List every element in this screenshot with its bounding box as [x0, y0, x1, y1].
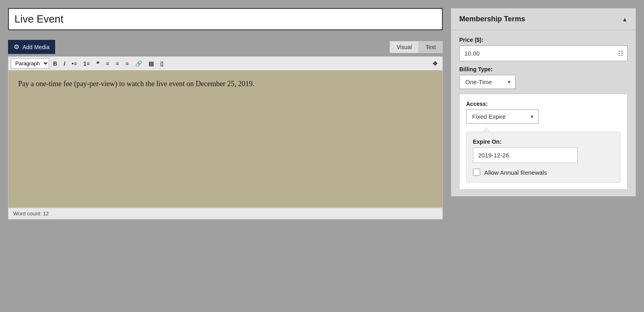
- panel-body: Price ($): ☷ Billing Type: One-Time Recu…: [451, 30, 636, 196]
- fullscreen-button[interactable]: ✥: [430, 60, 440, 68]
- link-button[interactable]: 🔗: [133, 60, 144, 68]
- access-label: Access:: [466, 101, 621, 107]
- add-media-label: Add Media: [23, 44, 50, 50]
- access-select[interactable]: Fixed Expire Unlimited Fixed Days: [466, 110, 539, 124]
- allow-renewal-checkbox[interactable]: [473, 169, 480, 176]
- word-count-label: Word count:: [13, 211, 41, 217]
- price-icon: ☷: [618, 50, 623, 57]
- dropdown-pointer: [482, 127, 490, 132]
- editor-content[interactable]: Pay a one-time fee (pay-per-view) to wat…: [8, 70, 442, 207]
- editor-tabs: Visual Text: [390, 41, 443, 53]
- post-title-input[interactable]: [8, 8, 443, 30]
- left-panel: ⚙ Add Media Visual Text Paragraph B I •≡…: [8, 8, 443, 219]
- align-left-button[interactable]: ≡: [103, 60, 111, 68]
- price-label: Price ($):: [459, 37, 627, 43]
- expire-on-input[interactable]: [473, 147, 578, 163]
- access-section: Access: Fixed Expire Unlimited Fixed Day…: [459, 94, 627, 190]
- editor-text: Pay a one-time fee (pay-per-view) to wat…: [18, 80, 254, 88]
- align-center-button[interactable]: ≡: [113, 60, 121, 68]
- align-right-button[interactable]: ≡: [123, 60, 131, 68]
- billing-type-field: Billing Type: One-Time Recurring ▼: [459, 66, 627, 89]
- expire-on-label: Expire On:: [473, 138, 614, 145]
- word-count-value: 12: [43, 211, 48, 217]
- tab-visual[interactable]: Visual: [390, 41, 419, 53]
- blockquote-button[interactable]: ❝: [94, 60, 102, 68]
- editor-footer: Word count: 12: [8, 208, 443, 219]
- panel-header: Membership Terms ▲: [451, 8, 636, 30]
- format-select[interactable]: Paragraph: [11, 58, 49, 68]
- billing-select-wrapper: One-Time Recurring ▼: [459, 75, 516, 89]
- right-panel: Membership Terms ▲ Price ($): ☷ Billing …: [451, 8, 636, 196]
- allow-renewal-label: Allow Annual Renewals: [484, 169, 547, 176]
- unordered-list-button[interactable]: •≡: [69, 60, 79, 68]
- panel-title: Membership Terms: [459, 15, 525, 23]
- billing-label: Billing Type:: [459, 66, 627, 72]
- tab-text[interactable]: Text: [419, 41, 443, 53]
- editor-area-wrapper: Pay a one-time fee (pay-per-view) to wat…: [8, 70, 443, 208]
- add-media-icon: ⚙: [14, 43, 19, 51]
- bold-button[interactable]: B: [51, 60, 60, 68]
- media-toolbar-row: ⚙ Add Media Visual Text: [8, 37, 443, 56]
- ordered-list-button[interactable]: 1≡: [81, 60, 92, 68]
- italic-button[interactable]: I: [61, 60, 68, 68]
- table-button[interactable]: ▤: [146, 60, 156, 68]
- collapse-icon[interactable]: ▲: [622, 16, 627, 23]
- grid-button[interactable]: ▯: [158, 60, 166, 68]
- billing-select[interactable]: One-Time Recurring: [459, 75, 516, 89]
- price-input[interactable]: [459, 45, 627, 61]
- toolbar-row: Paragraph B I •≡ 1≡ ❝ ≡ ≡ ≡ 🔗 ▤ ▯ ✥: [8, 56, 443, 70]
- price-field: Price ($): ☷: [459, 37, 627, 61]
- checkbox-row: Allow Annual Renewals: [473, 169, 614, 176]
- price-input-wrapper: ☷: [459, 45, 627, 61]
- add-media-button[interactable]: ⚙ Add Media: [8, 40, 55, 54]
- access-dropdown-wrapper: Fixed Expire Unlimited Fixed Days ▼: [466, 110, 539, 124]
- expire-subsection: Expire On: Allow Annual Renewals: [466, 132, 621, 183]
